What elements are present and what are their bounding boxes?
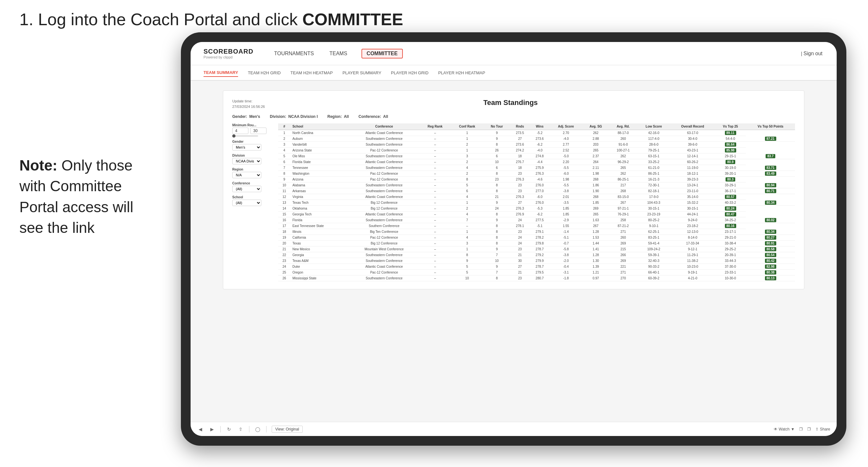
rounds-slider[interactable] [232, 135, 258, 136]
conference-select[interactable]: (All) [232, 186, 261, 192]
cell-20-8: -5.8 [550, 246, 582, 252]
forward-icon[interactable]: ▶ [209, 426, 215, 432]
watch-button[interactable]: 👁 Watch ▼ [774, 427, 795, 432]
cell-17-14: 80.34 [746, 229, 795, 235]
cell-5-1: Florida State [290, 159, 348, 165]
cell-10-12: 23-11-0 [670, 188, 715, 194]
cell-9-0: 10 [278, 183, 290, 188]
cell-16-4: – [451, 223, 484, 229]
cell-8-0: 9 [278, 177, 290, 183]
cell-6-10: 265 [609, 165, 637, 171]
cell-22-12: 11-38-2 [670, 258, 715, 264]
table-row: 8WashingtonPac-12 Conference–2823276.3-6… [278, 171, 795, 177]
cell-8-5: 23 [484, 177, 510, 183]
cell-18-11: 83-25-1 [637, 235, 670, 241]
cell-11-8: 2.01 [550, 194, 582, 200]
cell-1-0: 2 [278, 136, 290, 142]
cell-13-4: 2 [451, 206, 484, 212]
cell-25-7: 280.7 [530, 276, 550, 281]
cell-13-1: Oklahoma [290, 206, 348, 212]
cell-18-14: 80.27 [746, 235, 795, 241]
sub-nav-player-h2h-grid[interactable]: PLAYER H2H GRID [391, 69, 428, 76]
panel-header: Update time: 27/03/2024 16:56:26 Team St… [232, 98, 795, 109]
min-rounds-input[interactable] [232, 128, 248, 134]
cell-19-9: 1.44 [583, 241, 609, 246]
cell-16-11: 9-10-1 [637, 223, 670, 229]
logo-area: SCOREBOARD Powered by clippd [204, 48, 253, 59]
max-rounds-input[interactable] [250, 128, 267, 134]
cell-23-9: 1.39 [583, 264, 609, 270]
cell-8-7: -4.6 [530, 177, 550, 183]
cell-6-13: 30-19-0 [715, 165, 746, 171]
division-select[interactable]: NCAA Division I [232, 158, 261, 164]
cell-12-5: 9 [484, 200, 510, 206]
cell-18-8: -5.1 [550, 235, 582, 241]
cell-12-6: 27 [510, 200, 530, 206]
signout-link[interactable]: Sign out [802, 48, 824, 59]
cell-22-11: 32-40-3 [637, 258, 670, 264]
table-body: 1North CarolinaAtlantic Coast Conference… [278, 130, 795, 281]
cell-15-3: – [420, 217, 451, 223]
sub-nav-player-h2h-heatmap[interactable]: PLAYER H2H HEATMAP [438, 69, 485, 76]
cell-14-7: -6.2 [530, 212, 550, 217]
cell-20-0: 21 [278, 246, 290, 252]
cell-0-3: – [420, 130, 451, 136]
cell-5-3: – [420, 159, 451, 165]
cell-18-3: – [420, 235, 451, 241]
cell-9-1: Alabama [290, 183, 348, 188]
cell-4-13: 29-15-1 [715, 153, 746, 159]
share-button[interactable]: ⇧ Share [815, 427, 830, 432]
cell-15-4: 7 [451, 217, 484, 223]
back-icon[interactable]: ◀ [197, 426, 204, 432]
cell-3-4: 1 [451, 148, 484, 153]
cell-24-0: 25 [278, 270, 290, 276]
cell-3-12: 43-23-1 [670, 148, 715, 153]
cell-11-10: 83-15-0 [609, 194, 637, 200]
cell-6-6: 18 [510, 165, 530, 171]
sub-nav-team-h2h-heatmap[interactable]: TEAM H2H HEATMAP [290, 69, 333, 76]
cell-11-1: Virginia [290, 194, 348, 200]
cell-14-0: 15 [278, 212, 290, 217]
cell-10-9: 1.90 [583, 188, 609, 194]
region-select[interactable]: N/A [232, 172, 261, 178]
sub-nav-player-summary[interactable]: PLAYER SUMMARY [342, 69, 381, 76]
cell-12-1: Texas Tech [290, 200, 348, 206]
toolbar-icon-extra[interactable]: ❐ [799, 427, 803, 432]
cell-24-5: 7 [484, 270, 510, 276]
view-original-button[interactable]: View: Original [272, 426, 303, 433]
cell-11-12: 35-14-0 [670, 194, 715, 200]
cell-3-2: Pac-12 Conference [348, 148, 420, 153]
gender-select[interactable]: Men's [232, 144, 261, 151]
score-badge: 80.16 [725, 224, 736, 228]
cell-4-2: Southeastern Conference [348, 153, 420, 159]
cell-9-6: 23 [510, 183, 530, 188]
cell-4-6: 18 [510, 153, 530, 159]
nav-committee[interactable]: COMMITTEE [362, 49, 403, 58]
sub-nav-team-summary[interactable]: TEAM SUMMARY [204, 69, 238, 77]
cell-24-6: 21 [510, 270, 530, 276]
nav-tournaments[interactable]: TOURNAMENTS [273, 48, 315, 59]
sub-nav-team-h2h-grid[interactable]: TEAM H2H GRID [248, 69, 281, 76]
cell-10-6: 23 [510, 188, 530, 194]
cell-11-11: 17-9-0 [637, 194, 670, 200]
bookmark-icon[interactable]: ◯ [254, 426, 261, 432]
cell-11-7: -6.0 [530, 194, 550, 200]
school-select[interactable]: (All) [232, 199, 261, 206]
cell-19-5: 8 [484, 241, 510, 246]
fullscreen-icon[interactable]: ❐ [807, 427, 811, 432]
min-rounds-control: Minimum Rou... [232, 123, 267, 136]
cell-6-4: 4 [451, 165, 484, 171]
logo-sub: Powered by clippd [204, 55, 253, 59]
cell-15-12: 9-24-0 [670, 217, 715, 223]
reload-icon[interactable]: ↻ [226, 426, 232, 432]
table-container[interactable]: # School Conference Reg Rank Conf Rank N… [278, 123, 795, 281]
cell-14-12: 44-24-1 [670, 212, 715, 217]
cell-18-12: 8-14-0 [670, 235, 715, 241]
nav-teams[interactable]: TEAMS [328, 48, 348, 59]
table-row: 21New MexicoMountain West Conference–192… [278, 246, 795, 252]
cell-17-8: -1.4 [550, 229, 582, 235]
cell-21-14: 80.54 [746, 252, 795, 258]
share-icon[interactable]: ⇧ [238, 426, 244, 432]
cell-24-9: 1.21 [583, 270, 609, 276]
cell-7-2: Pac-12 Conference [348, 171, 420, 177]
